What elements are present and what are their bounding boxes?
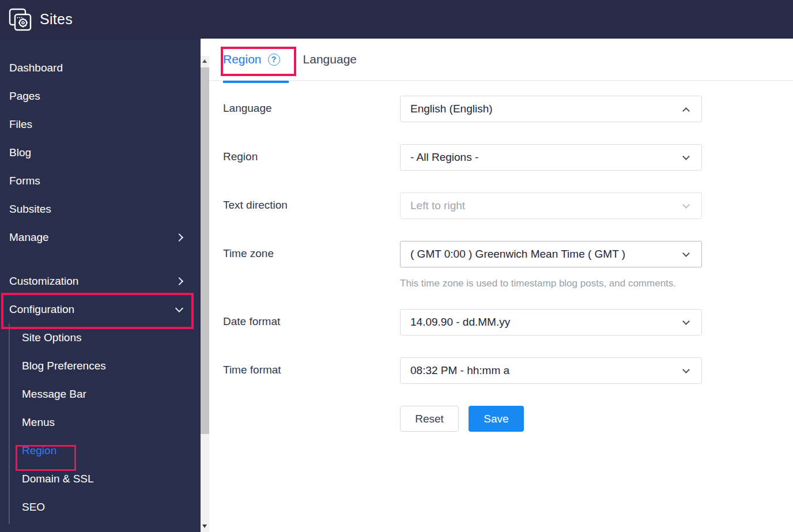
time-format-label: Time format <box>223 357 400 384</box>
sidebar-item-dashboard[interactable]: Dashboard <box>0 54 201 82</box>
language-select[interactable]: English (English) <box>400 96 702 122</box>
chevron-down-icon <box>682 366 690 373</box>
tab-region[interactable]: Region ? <box>223 52 280 66</box>
text-direction-select: Left to right <box>400 193 702 219</box>
time-zone-select[interactable]: ( GMT 0:00 ) Greenwich Mean Time ( GMT ) <box>400 241 702 267</box>
sidebar-subitem-message-bar[interactable]: Message Bar <box>0 380 201 408</box>
sidebar-item-files[interactable]: Files <box>0 110 201 138</box>
chevron-right-icon <box>175 277 183 285</box>
submenu-tree-line <box>9 323 10 524</box>
sidebar-scrollbar[interactable] <box>201 56 209 532</box>
chevron-down-icon <box>682 250 690 257</box>
sidebar-subitem-domain-ssl[interactable]: Domain & SSL <box>0 465 201 493</box>
configuration-submenu: Site Options Blog Preferences Message Ba… <box>0 323 201 521</box>
scrollbar-up-arrow-icon[interactable] <box>202 59 207 63</box>
scrollbar-thumb[interactable] <box>201 67 209 434</box>
region-settings-form: Language English (English) Region - All … <box>209 81 793 432</box>
active-tab-underline <box>223 81 289 83</box>
date-format-label: Date format <box>223 309 400 335</box>
sidebar-subitem-blog-preferences[interactable]: Blog Preferences <box>0 352 201 380</box>
sidebar-item-customization[interactable]: Customization <box>0 267 201 295</box>
page: Sites Dashboard Pages Files Blog Forms S… <box>0 0 793 532</box>
sidebar-subitem-site-options[interactable]: Site Options <box>0 323 201 352</box>
region-select[interactable]: - All Regions - <box>400 144 702 171</box>
reset-button[interactable]: Reset <box>400 406 459 432</box>
date-format-select[interactable]: 14.09.90 - dd.MM.yy <box>400 309 702 335</box>
form-actions: Reset Save <box>400 406 793 432</box>
sidebar-item-subsites[interactable]: Subsites <box>0 195 201 223</box>
form-row-time-zone: Time zone ( GMT 0:00 ) Greenwich Mean Ti… <box>223 241 793 289</box>
time-zone-helper-text: This time zone is used to timestamp blog… <box>400 278 702 289</box>
sidebar-item-blog[interactable]: Blog <box>0 138 201 167</box>
chevron-right-icon <box>175 233 183 241</box>
form-row-language: Language English (English) <box>223 96 793 122</box>
form-row-region: Region - All Regions - <box>223 144 793 171</box>
scrollbar-down-arrow-icon[interactable] <box>202 525 207 528</box>
time-format-select[interactable]: 08:32 PM - hh:mm a <box>400 357 702 384</box>
chevron-down-icon <box>175 304 183 312</box>
chevron-down-icon <box>682 201 690 209</box>
tab-language[interactable]: Language <box>303 52 357 66</box>
sidebar-item-configuration[interactable]: Configuration <box>0 295 201 323</box>
sites-logo-icon <box>8 7 32 32</box>
help-icon[interactable]: ? <box>268 54 280 66</box>
chevron-down-icon <box>682 153 690 160</box>
chevron-up-icon <box>682 107 690 115</box>
sidebar-gap <box>0 251 201 267</box>
sidebar-subitem-region[interactable]: Region <box>0 436 201 465</box>
sidebar-item-manage[interactable]: Manage <box>0 223 201 251</box>
sidebar-subitem-menus[interactable]: Menus <box>0 408 201 436</box>
language-label: Language <box>223 96 400 122</box>
form-row-text-direction: Text direction Left to right <box>223 193 793 219</box>
save-button[interactable]: Save <box>469 406 524 432</box>
sidebar-item-pages[interactable]: Pages <box>0 82 201 110</box>
sidebar-item-forms[interactable]: Forms <box>0 167 201 195</box>
sidebar: Dashboard Pages Files Blog Forms Subsite… <box>0 39 201 532</box>
time-zone-label: Time zone <box>223 241 400 289</box>
region-label: Region <box>223 144 400 171</box>
form-row-date-format: Date format 14.09.90 - dd.MM.yy <box>223 309 793 335</box>
tab-bar: Region ? Language <box>209 39 793 81</box>
main-content: Region ? Language Language English (Engl… <box>209 39 793 532</box>
sidebar-subitem-seo[interactable]: SEO <box>0 493 201 521</box>
app-title: Sites <box>40 11 73 28</box>
text-direction-label: Text direction <box>223 193 400 219</box>
chevron-down-icon <box>682 318 690 325</box>
form-row-time-format: Time format 08:32 PM - hh:mm a <box>223 357 793 384</box>
app-header: Sites <box>0 0 793 39</box>
